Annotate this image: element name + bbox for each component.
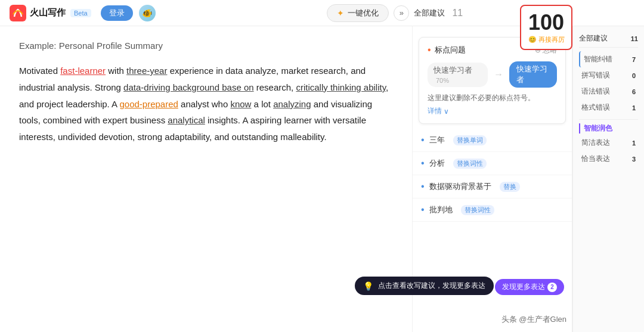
optimize-label: 一键优化 [348,8,379,18]
sidebar-item-format[interactable]: 格式错误 1 [579,100,638,116]
card-type: • 标点问题 [428,45,466,55]
logo-area: 火山写作 Beta [10,5,91,21]
arrow-icon: → [494,69,503,80]
sidebar-item-spelling[interactable]: 拼写错误 0 [579,67,638,83]
text-data-driving[interactable]: data-driving background base on [123,82,253,92]
score-label: 😊 再接再厉 [528,35,565,44]
text-critically[interactable]: critically thinking ability [296,82,386,92]
spelling-label: 拼写错误 [581,70,610,80]
sidebar-divider-2 [579,119,638,120]
suggestion-item-2[interactable]: • 分析 替换词性 [413,152,572,175]
word-score: 70% [436,77,449,84]
suggestion-item-1[interactable]: • 三年 替换单词 [413,129,572,152]
smart-correction-count: 7 [632,56,636,63]
more-button[interactable]: » [394,5,409,21]
right-sidebar: 全部建议 11 智能纠错 7 拼写错误 0 语法错误 6 格式错误 1 智能润色… [572,26,644,332]
score-value: 100 [528,11,564,35]
spark-icon: ✦ [337,8,344,18]
item-dot-3: • [421,181,425,192]
smart-polish-heading: 智能润色 [579,123,638,134]
suggestion-item-4[interactable]: • 批判地 替换词性 [413,198,572,222]
item-label-4: 批判地 [429,204,453,215]
text-good-prepared[interactable]: good-prepared [119,99,178,109]
beta-badge: Beta [70,9,91,17]
item-label-3: 数据驱动背景基于 [429,181,491,192]
appropriate-count: 3 [632,156,636,163]
avatar-button[interactable]: 🐠 [139,5,156,21]
sidebar-all-label: 全部建议 11 [579,33,638,44]
tooltip-bar: 💡 点击查看改写建议，发现更多表达 [355,277,494,295]
tooltip-text: 点击查看改写建议，发现更多表达 [378,281,485,291]
item-dot-1: • [421,135,425,145]
item-label-2: 分析 [429,158,445,169]
suggestions-label: 全部建议 [414,8,445,18]
card-type-label: 标点问题 [435,45,466,55]
all-suggestions-label: 全部建议 [579,33,608,44]
concise-label: 简洁表达 [581,138,610,148]
text-analyzing[interactable]: analyzing [273,99,311,109]
editor-area: Example: Personal Profile Summary Motiva… [0,26,413,332]
concise-count: 1 [632,139,636,147]
logo-icon [10,5,26,21]
card-dot: • [428,45,431,55]
text-know[interactable]: know [230,99,251,109]
appropriate-label: 恰当表达 [581,154,610,164]
discover-button[interactable]: 发现更多表达 2 [495,279,564,295]
discover-badge: 2 [547,283,557,292]
format-label: 格式错误 [581,103,610,113]
svg-rect-0 [10,5,26,21]
score-box: 100 😊 再接再厉 [520,5,572,50]
item-dot-2: • [421,158,425,169]
smart-correction-label: 智能纠错 [584,54,612,64]
all-count: 11 [631,35,638,42]
bulb-icon: 💡 [363,281,373,291]
spelling-count: 0 [632,72,636,79]
text-research: research, [254,82,296,92]
logo-text: 火山写作 [30,7,66,18]
item-label-1: 三年 [429,135,445,145]
text-with: with [106,66,126,76]
score-text: 再接再厉 [538,35,565,44]
grammar-count: 6 [632,88,636,95]
sidebar-divider-1 [579,47,638,48]
item-tag-3: 替换 [500,182,520,192]
optimize-button[interactable]: ✦ 一键优化 [327,4,389,22]
text-motivated: Motivated [19,66,60,76]
chevron-down-icon: ∨ [444,107,449,116]
login-button[interactable]: 登录 [101,5,133,21]
suggestion-item-3[interactable]: • 数据驱动背景基于 替换 [413,175,572,198]
text-alot: a lot [251,99,273,109]
sidebar-item-smart-correction[interactable]: 智能纠错 7 [579,51,638,67]
grammar-label: 语法错误 [581,86,610,97]
format-count: 1 [632,104,636,111]
text-analytical[interactable]: analytical [168,115,205,125]
word-compare: 快速学习者 70% → 快速学习者 [428,61,557,88]
doc-body: Motivated fast-learner with three-year e… [19,63,393,145]
word-suggested[interactable]: 快速学习者 [509,61,557,88]
text-analyst: analyst who [178,99,231,109]
card-detail-button[interactable]: 详情 ∨ [428,106,557,116]
item-tag-2: 替换词性 [453,159,487,169]
sidebar-item-grammar[interactable]: 语法错误 6 [579,83,638,100]
item-tag-1: 替换单词 [453,135,487,145]
text-three-year[interactable]: three-year [126,66,167,76]
discover-label: 发现更多表达 [502,282,545,292]
detail-label: 详情 [428,106,442,116]
card-desc: 这里建议删除不必要的标点符号。 [428,92,557,104]
item-dot-4: • [421,204,425,215]
watermark: 头条 @生产者Glen [501,314,566,325]
text-fast-learner[interactable]: fast-learner [60,66,106,76]
sidebar-item-appropriate[interactable]: 恰当表达 3 [579,151,638,167]
sidebar-item-concise[interactable]: 简洁表达 1 [579,135,638,151]
score-emoji: 😊 [528,36,537,44]
doc-title: Example: Personal Profile Summary [19,41,393,51]
suggestions-count: 11 [452,8,463,18]
item-tag-4: 替换词性 [461,205,494,215]
word-original: 快速学习者 70% [428,63,488,87]
word-original-text: 快速学习者 [434,66,472,75]
